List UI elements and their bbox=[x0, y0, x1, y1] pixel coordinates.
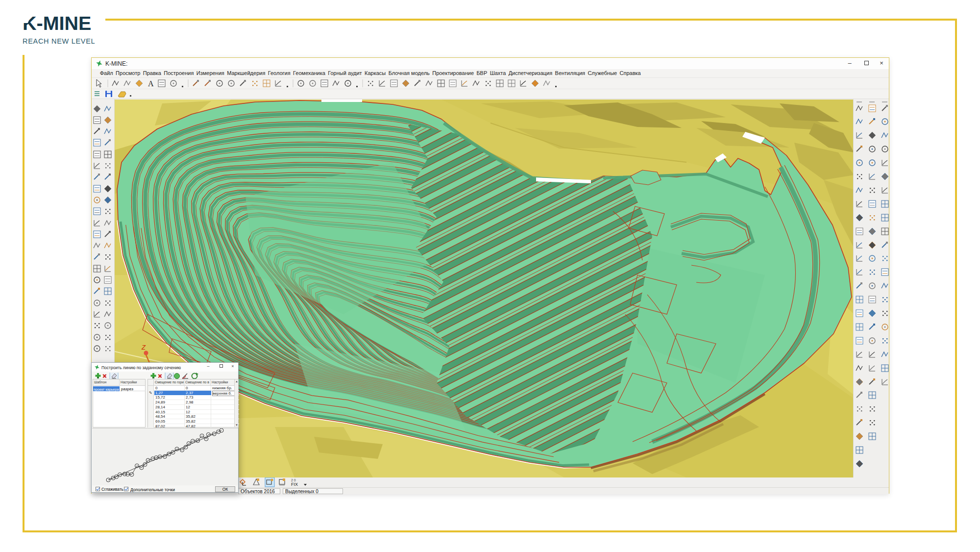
svg-text:2 0: 2 0 bbox=[291, 478, 296, 482]
svg-text:Z: Z bbox=[141, 344, 146, 351]
svg-text:FIX: FIX bbox=[291, 482, 298, 487]
svg-text:A: A bbox=[148, 79, 154, 88]
